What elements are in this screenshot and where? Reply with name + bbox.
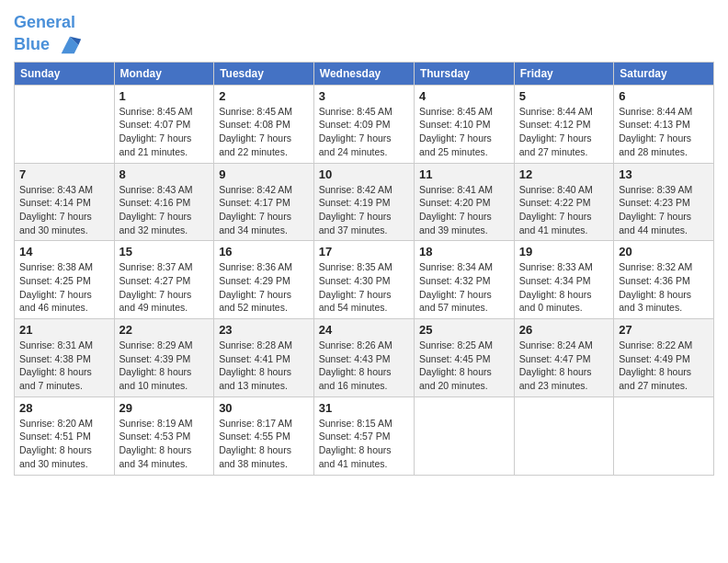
day-cell: 1Sunrise: 8:45 AMSunset: 4:07 PMDaylight… [114,85,214,163]
day-cell: 24Sunrise: 8:26 AMSunset: 4:43 PMDayligh… [313,319,414,397]
day-cell: 5Sunrise: 8:44 AMSunset: 4:12 PMDaylight… [514,85,613,163]
day-cell: 20Sunrise: 8:32 AMSunset: 4:36 PMDayligh… [614,241,714,319]
day-cell: 14Sunrise: 8:38 AMSunset: 4:25 PMDayligh… [15,241,115,319]
day-info: Sunrise: 8:36 AMSunset: 4:29 PMDaylight:… [219,260,309,315]
day-info: Sunrise: 8:26 AMSunset: 4:43 PMDaylight:… [319,339,409,393]
day-info: Sunrise: 8:25 AMSunset: 4:45 PMDaylight:… [419,339,509,393]
day-cell: 19Sunrise: 8:33 AMSunset: 4:34 PMDayligh… [514,241,613,319]
day-cell: 12Sunrise: 8:40 AMSunset: 4:22 PMDayligh… [514,163,613,241]
week-row-5: 28Sunrise: 8:20 AMSunset: 4:51 PMDayligh… [15,396,714,475]
day-number: 18 [419,245,509,259]
day-cell: 18Sunrise: 8:34 AMSunset: 4:32 PMDayligh… [414,241,514,319]
day-cell: 2Sunrise: 8:45 AMSunset: 4:08 PMDaylight… [214,85,314,163]
day-info: Sunrise: 8:31 AMSunset: 4:38 PMDaylight:… [19,339,109,393]
day-cell: 25Sunrise: 8:25 AMSunset: 4:45 PMDayligh… [414,319,514,397]
day-info: Sunrise: 8:15 AMSunset: 4:57 PMDaylight:… [319,417,409,471]
day-info: Sunrise: 8:45 AMSunset: 4:08 PMDaylight:… [219,105,309,159]
day-number: 31 [319,401,409,415]
day-info: Sunrise: 8:42 AMSunset: 4:17 PMDaylight:… [219,183,309,237]
day-cell: 28Sunrise: 8:20 AMSunset: 4:51 PMDayligh… [15,396,115,475]
day-cell: 30Sunrise: 8:17 AMSunset: 4:55 PMDayligh… [214,396,314,475]
day-number: 15 [119,245,210,259]
day-cell: 31Sunrise: 8:15 AMSunset: 4:57 PMDayligh… [313,396,414,475]
day-info: Sunrise: 8:41 AMSunset: 4:20 PMDaylight:… [419,183,509,237]
day-cell: 3Sunrise: 8:45 AMSunset: 4:09 PMDaylight… [313,85,414,163]
weekday-wednesday: Wednesday [313,62,414,85]
day-cell [414,396,514,475]
day-cell: 26Sunrise: 8:24 AMSunset: 4:47 PMDayligh… [514,319,613,397]
day-cell: 17Sunrise: 8:35 AMSunset: 4:30 PMDayligh… [313,241,414,319]
day-info: Sunrise: 8:44 AMSunset: 4:13 PMDaylight:… [619,105,709,159]
day-number: 21 [19,323,109,337]
day-number: 25 [419,323,509,337]
day-info: Sunrise: 8:39 AMSunset: 4:23 PMDaylight:… [619,183,709,237]
day-info: Sunrise: 8:44 AMSunset: 4:12 PMDaylight:… [519,105,609,159]
day-info: Sunrise: 8:24 AMSunset: 4:47 PMDaylight:… [519,339,609,393]
day-number: 9 [219,167,309,181]
day-number: 29 [119,401,210,415]
day-number: 11 [419,167,509,181]
logo: General Blue [14,14,83,58]
day-number: 23 [219,323,309,337]
weekday-saturday: Saturday [614,62,714,85]
day-number: 27 [619,323,709,337]
day-info: Sunrise: 8:34 AMSunset: 4:32 PMDaylight:… [419,260,509,315]
weekday-header-row: SundayMondayTuesdayWednesdayThursdayFrid… [15,62,714,85]
day-number: 1 [119,89,210,103]
day-info: Sunrise: 8:37 AMSunset: 4:27 PMDaylight:… [119,260,210,315]
day-number: 5 [519,89,609,103]
day-number: 26 [519,323,609,337]
day-number: 16 [219,245,309,259]
day-info: Sunrise: 8:42 AMSunset: 4:19 PMDaylight:… [319,183,409,237]
day-number: 17 [319,245,409,259]
day-cell: 29Sunrise: 8:19 AMSunset: 4:53 PMDayligh… [114,396,214,475]
day-cell: 11Sunrise: 8:41 AMSunset: 4:20 PMDayligh… [414,163,514,241]
day-number: 24 [319,323,409,337]
weekday-tuesday: Tuesday [214,62,314,85]
day-info: Sunrise: 8:43 AMSunset: 4:16 PMDaylight:… [119,183,210,237]
week-row-2: 7Sunrise: 8:43 AMSunset: 4:14 PMDaylight… [15,163,714,241]
day-number: 28 [19,401,109,415]
day-info: Sunrise: 8:43 AMSunset: 4:14 PMDaylight:… [19,183,109,237]
day-info: Sunrise: 8:40 AMSunset: 4:22 PMDaylight:… [519,183,609,237]
day-info: Sunrise: 8:32 AMSunset: 4:36 PMDaylight:… [619,260,709,315]
logo-subtext: Blue [14,32,83,58]
day-number: 7 [19,167,109,181]
weekday-monday: Monday [114,62,214,85]
day-cell: 16Sunrise: 8:36 AMSunset: 4:29 PMDayligh… [214,241,314,319]
day-info: Sunrise: 8:29 AMSunset: 4:39 PMDaylight:… [119,339,210,393]
logo-text: General [14,14,83,32]
day-cell: 23Sunrise: 8:28 AMSunset: 4:41 PMDayligh… [214,319,314,397]
day-cell [614,396,714,475]
day-info: Sunrise: 8:38 AMSunset: 4:25 PMDaylight:… [19,260,109,315]
day-info: Sunrise: 8:22 AMSunset: 4:49 PMDaylight:… [619,339,709,393]
week-row-1: 1Sunrise: 8:45 AMSunset: 4:07 PMDaylight… [15,85,714,163]
day-info: Sunrise: 8:19 AMSunset: 4:53 PMDaylight:… [119,417,210,471]
day-number: 4 [419,89,509,103]
day-info: Sunrise: 8:20 AMSunset: 4:51 PMDaylight:… [19,417,109,471]
day-number: 20 [619,245,709,259]
day-cell: 10Sunrise: 8:42 AMSunset: 4:19 PMDayligh… [313,163,414,241]
day-info: Sunrise: 8:45 AMSunset: 4:10 PMDaylight:… [419,105,509,159]
day-cell: 7Sunrise: 8:43 AMSunset: 4:14 PMDaylight… [15,163,115,241]
weekday-thursday: Thursday [414,62,514,85]
day-number: 22 [119,323,210,337]
day-cell: 13Sunrise: 8:39 AMSunset: 4:23 PMDayligh… [614,163,714,241]
calendar-table: SundayMondayTuesdayWednesdayThursdayFrid… [14,62,714,476]
day-cell [15,85,115,163]
day-info: Sunrise: 8:35 AMSunset: 4:30 PMDaylight:… [319,260,409,315]
day-info: Sunrise: 8:45 AMSunset: 4:09 PMDaylight:… [319,105,409,159]
day-number: 13 [619,167,709,181]
day-cell: 8Sunrise: 8:43 AMSunset: 4:16 PMDaylight… [114,163,214,241]
day-number: 14 [19,245,109,259]
day-number: 12 [519,167,609,181]
day-info: Sunrise: 8:28 AMSunset: 4:41 PMDaylight:… [219,339,309,393]
week-row-4: 21Sunrise: 8:31 AMSunset: 4:38 PMDayligh… [15,319,714,397]
day-cell: 22Sunrise: 8:29 AMSunset: 4:39 PMDayligh… [114,319,214,397]
day-info: Sunrise: 8:33 AMSunset: 4:34 PMDaylight:… [519,260,609,315]
day-number: 19 [519,245,609,259]
day-number: 30 [219,401,309,415]
day-cell: 6Sunrise: 8:44 AMSunset: 4:13 PMDaylight… [614,85,714,163]
day-cell: 27Sunrise: 8:22 AMSunset: 4:49 PMDayligh… [614,319,714,397]
day-number: 3 [319,89,409,103]
